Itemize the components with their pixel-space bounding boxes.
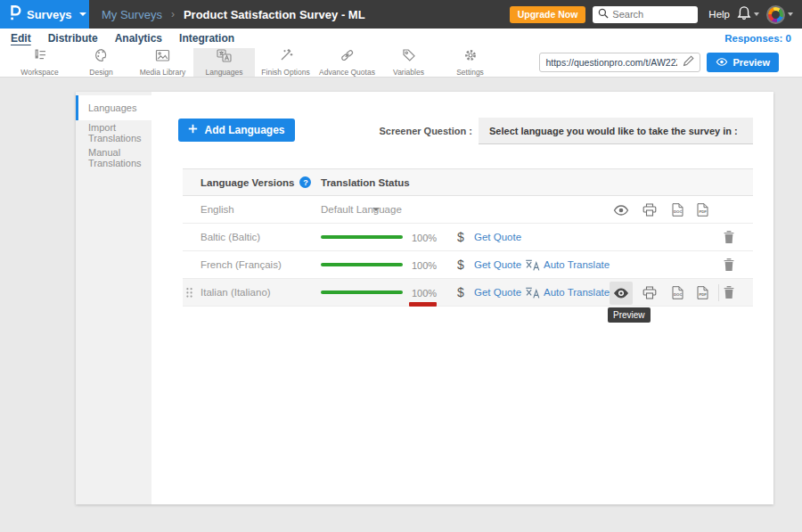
sidebar-item-manual-translations[interactable]: Manual Translations xyxy=(76,145,151,170)
toolbar-item-media-library[interactable]: Media Library xyxy=(132,48,193,77)
column-header-language-versions: Language Versions ? xyxy=(200,176,311,188)
chain-links-icon xyxy=(340,48,355,66)
dollar-icon: $ xyxy=(457,285,464,299)
tab-integration[interactable]: Integration xyxy=(179,32,234,45)
languages-main: Add Languages Screener Question : Select… xyxy=(151,92,773,504)
toolbar-item-label: Workspace xyxy=(20,68,58,77)
toolbar-item-finish-options[interactable]: Finish Options xyxy=(255,48,316,77)
notifications-menu[interactable] xyxy=(737,5,759,24)
svg-text:PDF: PDF xyxy=(699,209,707,214)
export-doc-icon[interactable]: DOC xyxy=(672,286,683,301)
survey-nav-tabs: Edit Distribute Analytics Integration Re… xyxy=(0,29,802,48)
preview-eye-icon-hovered[interactable] xyxy=(613,288,629,300)
toolbar-item-label: Advance Quotas xyxy=(319,68,375,77)
toolbar-item-advance-quotas[interactable]: Advance Quotas xyxy=(316,48,378,77)
topbar-right-group: Upgrade Now Help xyxy=(510,0,793,29)
account-menu[interactable] xyxy=(766,5,793,24)
breadcrumb-separator: › xyxy=(171,8,175,20)
dollar-icon: $ xyxy=(457,258,464,272)
add-languages-button[interactable]: Add Languages xyxy=(178,119,295,142)
toolbar-item-settings[interactable]: Settings xyxy=(439,48,501,77)
edit-url-pencil-icon[interactable] xyxy=(683,54,694,70)
translation-progress-percent: 100% xyxy=(412,288,437,299)
chevron-down-icon xyxy=(754,12,759,16)
screener-question-label: Screener Question : xyxy=(365,126,472,136)
preview-button[interactable]: Preview xyxy=(707,53,779,72)
chevron-down-icon xyxy=(79,12,86,16)
column-header-label: Language Versions xyxy=(200,177,294,188)
default-language-status: Default Language xyxy=(321,204,402,215)
sidebar-item-import-translations[interactable]: Import Translations xyxy=(76,120,151,145)
auto-translate-link[interactable]: Auto Translate xyxy=(544,259,610,270)
language-name: English xyxy=(200,204,234,215)
help-link[interactable]: Help xyxy=(708,9,730,20)
export-pdf-icon[interactable]: PDF xyxy=(697,286,708,301)
preview-eye-icon[interactable] xyxy=(613,205,629,217)
magic-wand-icon xyxy=(279,48,293,66)
toolbar-item-label: Media Library xyxy=(140,68,186,77)
get-quote-link[interactable]: Get Quote xyxy=(474,259,521,270)
print-icon[interactable] xyxy=(642,203,657,218)
tab-distribute[interactable]: Distribute xyxy=(48,32,98,45)
survey-url: https://questionpro.com/t/AW22Zd1S1 xyxy=(545,57,677,68)
eye-icon xyxy=(716,57,728,68)
sidebar-item-label: Import Translations xyxy=(88,122,151,143)
palette-icon xyxy=(94,48,109,66)
annotation-red-underline xyxy=(409,302,437,307)
product-switcher[interactable]: Surveys xyxy=(0,0,89,29)
tab-edit[interactable]: Edit xyxy=(11,32,31,45)
add-languages-label: Add Languages xyxy=(204,124,284,136)
get-quote-link[interactable]: Get Quote xyxy=(474,232,521,242)
top-navigation-bar: Surveys My Surveys › Product Satisfactio… xyxy=(0,0,802,29)
export-doc-icon[interactable]: DOC xyxy=(672,203,683,218)
responses-count[interactable]: Responses: 0 xyxy=(724,33,791,44)
preview-button-label: Preview xyxy=(732,57,770,68)
tag-icon xyxy=(402,48,416,66)
auto-translate-link[interactable]: Auto Translate xyxy=(544,287,610,298)
tab-analytics[interactable]: Analytics xyxy=(115,32,162,45)
delete-trash-icon[interactable] xyxy=(724,258,734,273)
translation-progress-bar xyxy=(321,291,403,294)
drag-handle-icon[interactable] xyxy=(185,287,193,300)
toolbar-item-design[interactable]: Design xyxy=(70,48,132,77)
dollar-icon: $ xyxy=(457,230,464,244)
toolbar-item-label: Finish Options xyxy=(261,68,309,77)
avatar xyxy=(766,5,785,24)
toolbar-item-label: Settings xyxy=(456,68,484,77)
screener-question-select[interactable]: Select language you would like to take t… xyxy=(479,118,753,144)
translate-icon xyxy=(217,49,232,66)
languages-sidebar: Languages Import Translations Manual Tra… xyxy=(76,92,151,504)
toolbar-item-workspace[interactable]: Workspace xyxy=(9,48,70,77)
translation-progress-bar xyxy=(321,235,403,239)
auto-translate-icon xyxy=(525,259,540,273)
print-icon[interactable] xyxy=(642,286,657,301)
workspace-icon xyxy=(33,48,47,66)
actions-divider xyxy=(718,284,719,301)
language-name: Italian (Italiano) xyxy=(200,287,271,298)
delete-trash-icon[interactable] xyxy=(724,286,734,300)
languages-panel: Languages Import Translations Manual Tra… xyxy=(76,92,773,504)
survey-url-field[interactable]: https://questionpro.com/t/AW22Zd1S1 xyxy=(539,53,700,72)
upgrade-now-button[interactable]: Upgrade Now xyxy=(510,6,586,23)
translation-progress-bar xyxy=(321,263,403,266)
plus-icon xyxy=(188,124,198,136)
auto-translate-icon xyxy=(525,287,540,300)
toolbar-item-label: Variables xyxy=(393,68,424,77)
toolbar-item-languages[interactable]: Languages xyxy=(193,48,255,77)
screener-question-value: Select language you would like to take t… xyxy=(489,126,738,136)
breadcrumb-my-surveys[interactable]: My Surveys xyxy=(102,8,162,21)
table-header-row: Language Versions ? Translation Status xyxy=(183,168,753,196)
table-row-french: French (Français) 100% $ Get Quote Auto … xyxy=(183,251,753,279)
search-icon xyxy=(598,6,609,22)
delete-trash-icon[interactable] xyxy=(724,231,734,245)
product-name: Surveys xyxy=(27,8,72,21)
svg-text:DOC: DOC xyxy=(674,292,683,297)
toolbar-item-variables[interactable]: Variables xyxy=(378,48,439,77)
help-question-icon[interactable]: ? xyxy=(299,176,311,188)
sidebar-item-languages[interactable]: Languages xyxy=(76,95,151,120)
export-pdf-icon[interactable]: PDF xyxy=(697,203,708,218)
gear-icon xyxy=(463,48,478,66)
search-input[interactable] xyxy=(612,9,692,20)
search-box[interactable] xyxy=(593,6,698,23)
get-quote-link[interactable]: Get Quote xyxy=(474,287,521,298)
